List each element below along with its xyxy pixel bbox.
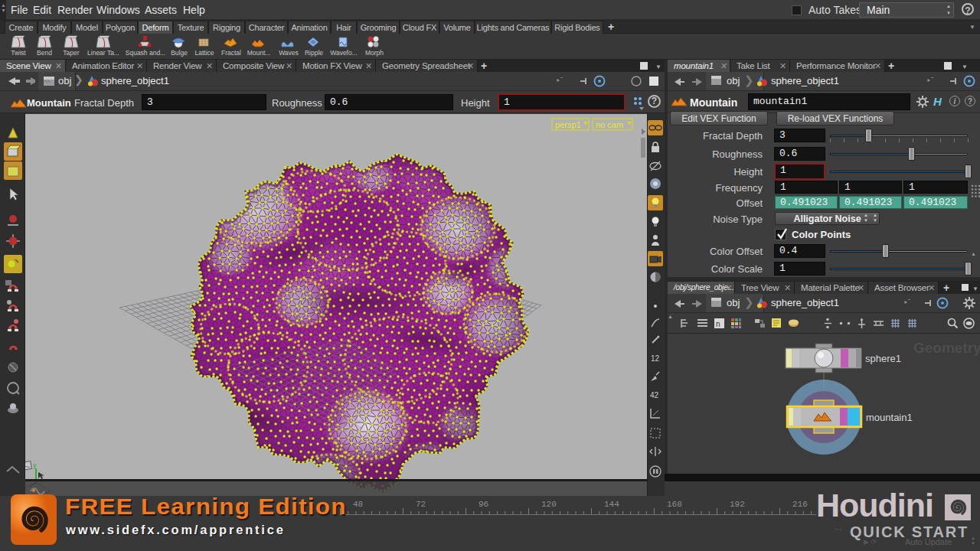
svg-text:persp1: persp1 <box>555 120 581 129</box>
svg-text:mountain1: mountain1 <box>866 412 913 423</box>
svg-text:y: y <box>33 461 37 469</box>
svg-text:n: n <box>716 320 720 328</box>
svg-text:sphere1: sphere1 <box>865 353 901 364</box>
svg-text:42: 42 <box>650 391 659 399</box>
svg-text:12: 12 <box>651 354 660 363</box>
svg-text:no cam: no cam <box>596 120 623 129</box>
svg-text:Geometry: Geometry <box>913 340 980 356</box>
